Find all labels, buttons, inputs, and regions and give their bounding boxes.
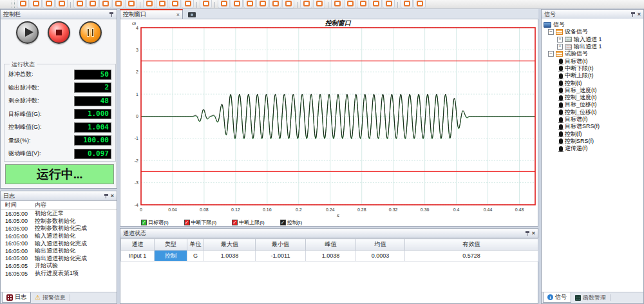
toolbar-separator: [328, 2, 328, 8]
print-icon: [90, 1, 96, 6]
toolbar-signal-y-button[interactable]: [156, 0, 168, 8]
signal-icon: [559, 88, 563, 93]
field-label: 驱动峰值(V):: [8, 149, 41, 158]
field-value: 1.004: [74, 122, 111, 133]
tree-item[interactable]: +输出通道 1: [542, 43, 643, 50]
marker-icon: [316, 1, 323, 6]
start-button[interactable]: [16, 21, 39, 44]
toolbar-fit-vertical-button[interactable]: [344, 0, 356, 8]
svg-text:0.36: 0.36: [421, 207, 430, 212]
svg-text:0.48: 0.48: [515, 207, 524, 212]
toolbar-save-button[interactable]: [43, 0, 55, 8]
tab-function-manager[interactable]: 函数管理: [571, 292, 610, 303]
legend-checkbox[interactable]: ✓: [280, 220, 286, 225]
toolbar-signal-z-button[interactable]: [169, 0, 181, 8]
toolbar-layout-3-button[interactable]: [243, 0, 256, 8]
toolbar-zoom-out-button[interactable]: [383, 0, 395, 8]
run-status-group: 运行状态 脉冲总数:50输出脉冲数:2剩余脉冲数:48目标峰值(G):1.000…: [4, 64, 116, 162]
table-cell: -1.0011: [256, 251, 306, 261]
run-status-row: 输出脉冲数:2: [5, 81, 115, 94]
toolbar-layout-2-button[interactable]: [231, 0, 243, 8]
test-signals-folder-icon: [556, 51, 563, 57]
column-header: 通道: [121, 239, 155, 251]
toolbar-layout-6-button[interactable]: [282, 0, 294, 8]
toolbar-schedule-button[interactable]: [112, 0, 124, 8]
svg-text:0: 0: [136, 114, 138, 119]
tree-item[interactable]: 控制SRS(f): [542, 138, 643, 145]
tab-signal[interactable]: i 信号: [543, 292, 571, 303]
log-time: 16:05:00: [1, 211, 33, 217]
log-content: 执行进度表第1项: [33, 269, 79, 278]
toolbar-signal-x-button[interactable]: [143, 0, 155, 8]
right-splitter[interactable]: [538, 9, 541, 304]
toolbar-grip[interactable]: [12, 1, 15, 8]
close-icon[interactable]: ×: [111, 193, 114, 199]
close-icon[interactable]: ×: [532, 231, 535, 236]
toolbar-random-wave-button[interactable]: [200, 0, 212, 8]
toolbar-new-button[interactable]: [17, 0, 29, 8]
toolbar-abort-button[interactable]: [413, 0, 426, 8]
toolbar-clock-button[interactable]: [125, 0, 137, 8]
toolbar-open-button[interactable]: [30, 0, 42, 8]
collapse-icon[interactable]: −: [548, 29, 554, 35]
pin-icon[interactable]: [104, 193, 109, 199]
toolbar-layout-5-button[interactable]: [269, 0, 281, 8]
tree-root[interactable]: 信号: [542, 21, 643, 28]
export-icon: [77, 1, 83, 6]
toolbar-pan-button[interactable]: [357, 0, 369, 8]
legend-checkbox[interactable]: ✓: [141, 220, 147, 225]
toolbar-layout-4-button[interactable]: [256, 0, 269, 8]
table-row[interactable]: Input 1控制G1.0038-1.00111.00380.00030.572…: [121, 251, 538, 261]
tree-item[interactable]: 目标谱SRS(f): [542, 123, 643, 130]
toolbar-settings-button[interactable]: [99, 0, 111, 8]
left-splitter[interactable]: [117, 9, 120, 304]
field-value: 0.097: [74, 149, 111, 159]
close-icon[interactable]: ×: [176, 12, 180, 18]
log-col-time: 时间: [1, 201, 33, 209]
tab-control-window[interactable]: 控制窗口 ×: [120, 9, 183, 19]
signal-icon: [559, 124, 563, 129]
svg-text:0.44: 0.44: [484, 207, 493, 212]
settings-icon: [102, 1, 109, 6]
stop-button[interactable]: [48, 21, 70, 44]
close-icon[interactable]: ×: [638, 12, 641, 17]
toolbar-transfer-button[interactable]: [182, 0, 194, 8]
toolbar-fit-horizontal-button[interactable]: [331, 0, 343, 8]
tab-log[interactable]: 日志: [2, 292, 31, 303]
tree-item[interactable]: 逆传递(f): [542, 145, 643, 152]
signal-y-icon: [159, 1, 166, 6]
tree-item[interactable]: 中断上限(t): [542, 72, 643, 79]
toolbar-print-button[interactable]: [86, 0, 99, 8]
toolbar-cursor-button[interactable]: [300, 0, 312, 8]
log-row: 16:05:00输入通道初始化: [1, 233, 117, 240]
legend-checkbox[interactable]: ✓: [184, 220, 190, 225]
pin-icon[interactable]: [525, 231, 530, 236]
toolbar-save-all-button[interactable]: [55, 0, 68, 8]
signal-icon: [559, 95, 563, 100]
collapse-icon[interactable]: −: [548, 51, 554, 57]
log-tabstrip: 日志 ⚠ 报警信息: [1, 292, 117, 303]
field-label: 剩余脉冲数:: [8, 97, 39, 105]
expand-icon[interactable]: +: [557, 44, 563, 50]
toolbar-export-button[interactable]: [73, 0, 86, 8]
device-signals-folder-icon: [556, 29, 563, 35]
layout-3-icon: [247, 1, 253, 6]
tab-alarm-info[interactable]: ⚠ 报警信息: [31, 292, 70, 303]
toolbar-marker-button[interactable]: [313, 0, 325, 8]
legend-checkbox[interactable]: ✓: [232, 220, 238, 225]
signal-icon: [559, 131, 563, 137]
svg-text:-4: -4: [135, 203, 138, 207]
expand-icon[interactable]: +: [557, 37, 563, 43]
pin-icon[interactable]: [109, 12, 114, 17]
tree-item[interactable]: 控制_位移(t): [542, 109, 643, 116]
info-icon: i: [547, 294, 553, 300]
zoom-in-icon: [373, 1, 379, 6]
toolbar-layout-1-button[interactable]: [218, 0, 230, 8]
table-cell: Input 1: [121, 251, 155, 261]
toolbar-undo-button[interactable]: [401, 0, 413, 8]
tree-item[interactable]: −试验信号: [542, 50, 643, 57]
toolbar-zoom-in-button[interactable]: [370, 0, 382, 8]
pin-icon[interactable]: [630, 12, 636, 17]
capture-button[interactable]: [185, 10, 198, 19]
pause-button[interactable]: [79, 21, 102, 44]
